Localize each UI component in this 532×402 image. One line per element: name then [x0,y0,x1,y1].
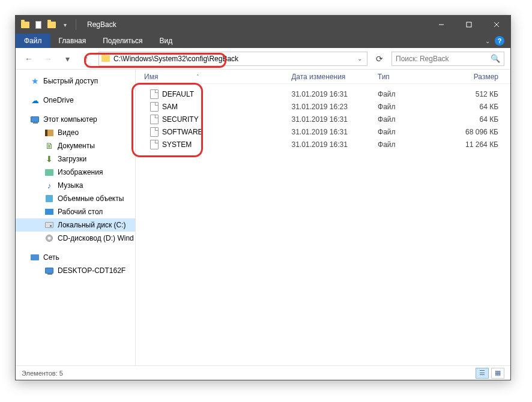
file-type: Файл [378,103,447,111]
objects-icon [44,194,54,203]
file-date: 31.01.2019 16:31 [291,115,378,124]
file-list: DEFAULT31.01.2019 16:31Файл512 КБSAM31.0… [136,84,510,151]
nav-label: Рабочий стол [58,208,103,216]
search-box[interactable]: 🔍 [391,52,504,66]
music-icon: ♪ [44,181,54,190]
file-row[interactable]: SYSTEM31.01.2019 16:31Файл11 264 КБ [144,138,510,151]
file-date: 31.01.2019 16:31 [291,140,378,149]
view-icons-button[interactable]: ▦ [491,368,504,379]
nav-label: Сеть [43,253,59,262]
properties-icon[interactable] [34,20,43,29]
documents-icon: 🗎 [44,141,54,151]
nav-downloads[interactable]: ⬇Загрузки [16,152,135,166]
file-icon [150,115,159,124]
folder-icon [101,55,110,62]
col-header-type[interactable]: Тип [378,73,447,81]
nav-label: Локальный диск (C:) [58,221,126,229]
nav-label: Объемные объекты [58,194,124,203]
refresh-button[interactable]: ⟳ [372,52,387,66]
search-icon[interactable]: 🔍 [491,54,500,63]
nav-label: Этот компьютер [43,115,97,124]
file-date: 31.01.2019 16:23 [291,103,378,111]
nav-label: CD-дисковод (D:) Wind [58,234,134,242]
nav-3d-objects[interactable]: Объемные объекты [16,192,135,205]
nav-label: Документы [58,142,95,150]
status-count: Элементов: 5 [22,370,63,377]
file-name: DEFAULT [162,90,194,98]
address-row: ← → ▾ ↑ ⌄ ⟳ 🔍 [16,48,510,70]
file-row[interactable]: SAM31.01.2019 16:23Файл64 КБ [144,100,510,113]
file-type: Файл [378,128,447,136]
video-icon [44,128,54,137]
file-type: Файл [378,90,447,98]
address-dropdown-icon[interactable]: ⌄ [355,55,364,62]
nav-onedrive[interactable]: ☁OneDrive [16,94,135,107]
network-icon [30,253,40,262]
pictures-icon [44,167,54,177]
minimize-button[interactable] [428,16,455,34]
back-button[interactable]: ← [22,52,36,66]
col-header-size[interactable]: Размер [447,73,510,81]
nav-local-disk-c[interactable]: Локальный диск (C:) [16,218,135,232]
folder-icon [20,20,30,29]
view-details-button[interactable]: ☰ [476,368,489,379]
star-icon: ★ [30,76,40,86]
up-button[interactable]: ↑ [79,52,94,66]
body: ★Быстрый доступ ☁OneDrive Этот компьютер… [16,70,510,365]
tab-share[interactable]: Поделиться [94,34,151,47]
file-date: 31.01.2019 16:31 [291,128,378,136]
file-row[interactable]: DEFAULT31.01.2019 16:31Файл512 КБ [144,88,510,100]
file-type: Файл [378,140,447,149]
window-controls [428,16,510,34]
file-size: 68 096 КБ [447,128,510,136]
file-name: SECURITY [162,115,199,124]
qat-dropdown-icon[interactable]: ▾ [60,20,70,29]
file-name: SYSTEM [162,140,192,149]
file-icon [150,89,159,99]
svg-rect-1 [467,22,471,27]
new-folder-icon[interactable] [47,20,56,29]
nav-videos[interactable]: Видео [16,126,135,139]
file-row[interactable]: SECURITY31.01.2019 16:31Файл64 КБ [144,113,510,125]
file-name: SAM [162,103,178,111]
explorer-window: ▾ RegBack Файл Главная Поделиться Вид ⌄ … [15,15,511,380]
file-icon [150,140,159,149]
nav-label: OneDrive [43,96,74,104]
close-button[interactable] [483,16,510,34]
column-headers: Имя˄ Дата изменения Тип Размер [136,70,510,84]
nav-quick-access[interactable]: ★Быстрый доступ [16,74,135,88]
nav-label: Быстрый доступ [43,77,98,85]
nav-label: Изображения [58,168,103,176]
address-bar[interactable]: ⌄ [98,52,367,66]
ribbon-expand-icon[interactable]: ⌄ [485,38,490,44]
history-dropdown[interactable]: ▾ [60,52,74,66]
titlebar[interactable]: ▾ RegBack [16,16,510,34]
nav-documents[interactable]: 🗎Документы [16,139,135,152]
disc-icon [44,233,54,243]
nav-cd-drive-d[interactable]: CD-дисковод (D:) Wind [16,232,135,245]
navigation-pane[interactable]: ★Быстрый доступ ☁OneDrive Этот компьютер… [16,70,136,365]
col-header-date[interactable]: Дата изменения [291,73,378,81]
desktop-icon [44,207,54,217]
nav-this-pc[interactable]: Этот компьютер [16,113,135,126]
nav-network[interactable]: Сеть [16,251,135,264]
tab-home[interactable]: Главная [50,34,95,47]
col-header-name[interactable]: Имя˄ [144,73,291,81]
tab-file[interactable]: Файл [16,34,50,48]
maximize-button[interactable] [455,16,483,34]
nav-label: Видео [58,128,79,137]
address-input[interactable] [113,55,355,63]
file-icon [150,127,159,137]
tab-view[interactable]: Вид [151,34,181,47]
nav-desktop[interactable]: Рабочий стол [16,205,135,218]
file-row[interactable]: SOFTWARE31.01.2019 16:31Файл68 096 КБ [144,125,510,138]
nav-music[interactable]: ♪Музыка [16,179,135,192]
search-input[interactable] [396,55,491,63]
nav-pictures[interactable]: Изображения [16,166,135,179]
cloud-icon: ☁ [30,95,40,105]
nav-network-pc[interactable]: DESKTOP-CDT162F [16,264,135,277]
content-pane[interactable]: Имя˄ Дата изменения Тип Размер DEFAULT31… [136,70,510,365]
forward-button[interactable]: → [41,52,55,66]
pc-icon [44,266,54,275]
help-icon[interactable]: ? [495,36,504,46]
